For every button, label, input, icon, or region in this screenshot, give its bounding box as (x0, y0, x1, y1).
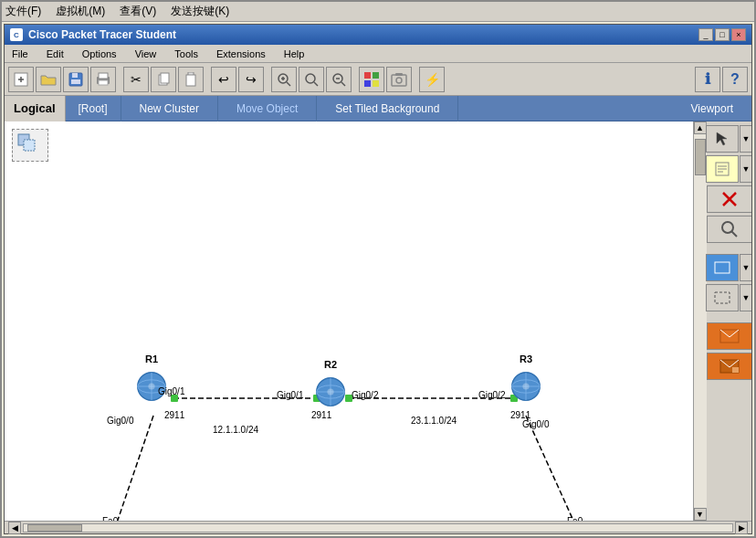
os-menu-file[interactable]: 文件(F) (5, 4, 41, 19)
scroll-up-button[interactable]: ▲ (694, 121, 707, 134)
zoom-in-button[interactable] (271, 67, 297, 92)
scroll-left-button[interactable]: ◀ (8, 522, 21, 534)
svg-line-37 (114, 416, 153, 521)
select-tool-button[interactable] (706, 125, 739, 153)
menu-edit[interactable]: Edit (43, 47, 68, 61)
cut-button[interactable]: ✂ (123, 67, 149, 92)
network-label-23110: 23.1.1.0/24 (411, 416, 457, 426)
menu-tools[interactable]: Tools (171, 47, 202, 61)
scroll-thumb[interactable] (695, 139, 706, 175)
svg-rect-25 (373, 80, 379, 87)
zoom-normal-button[interactable] (299, 67, 324, 92)
cisco-window-controls: _ □ × (698, 28, 746, 41)
note-tool-button[interactable] (706, 155, 739, 183)
custom-button[interactable]: ⚡ (419, 67, 445, 92)
dashed-shape-tool-dropdown[interactable]: ▼ (740, 284, 751, 311)
svg-rect-10 (161, 73, 169, 83)
shape-tool-dropdown[interactable]: ▼ (740, 254, 751, 281)
bottom-bar: ◀ ▶ (5, 521, 751, 533)
cisco-window: C Cisco Packet Tracer Student _ □ × File… (4, 24, 752, 534)
os-menu-vm[interactable]: 虚拟机(M) (56, 4, 105, 19)
move-object-button[interactable]: Move Object (218, 96, 317, 121)
info-button[interactable]: ℹ (695, 67, 720, 92)
new-button[interactable] (8, 67, 34, 92)
scroll-track[interactable] (694, 134, 707, 508)
svg-point-17 (306, 74, 315, 83)
save-button[interactable] (63, 67, 89, 92)
cisco-titlebar-left: C Cisco Packet Tracer Student (10, 28, 176, 41)
port-r1-gig01: Gig0/1 (158, 386, 184, 396)
router-r3-icon (509, 370, 542, 403)
tool-row-3: ▼ (706, 254, 751, 281)
scroll-right-button[interactable]: ▶ (735, 522, 748, 534)
vertical-scrollbar[interactable]: ▲ ▼ (693, 121, 706, 521)
shape-tool-button[interactable] (706, 254, 739, 281)
menu-options[interactable]: Options (79, 47, 121, 61)
close-button[interactable]: × (731, 28, 746, 41)
svg-rect-22 (364, 72, 371, 79)
os-menu-keys[interactable]: 发送按键(K) (171, 4, 229, 19)
scroll-down-button[interactable]: ▼ (694, 508, 707, 521)
palette-button[interactable] (359, 67, 384, 92)
inspect-tool-button[interactable] (707, 216, 752, 243)
maximize-button[interactable]: □ (715, 28, 730, 41)
set-tiled-background-button[interactable]: Set Tiled Background (317, 96, 458, 121)
svg-rect-12 (186, 75, 195, 86)
minimize-button[interactable]: _ (698, 28, 713, 41)
zoom-out-button[interactable] (326, 67, 352, 92)
svg-line-38 (526, 416, 578, 521)
menu-help[interactable]: Help (280, 47, 309, 61)
router-r2-label-top: R2 (324, 359, 337, 370)
menu-extensions[interactable]: Extensions (213, 47, 269, 61)
horizontal-scrollbar[interactable] (23, 523, 733, 533)
pdu-simple-button[interactable] (707, 322, 752, 350)
svg-point-43 (148, 383, 154, 389)
main-area: R1 Gig0/1 Gig0/0 2911 R (5, 121, 751, 521)
svg-rect-23 (373, 72, 379, 79)
screenshot-button[interactable] (386, 67, 412, 92)
port-r1-gig00: Gig0/0 (107, 416, 133, 426)
new-cluster-button[interactable]: New Cluster (121, 96, 218, 121)
open-button[interactable] (36, 67, 61, 92)
cisco-menu-bar: File Edit Options View Tools Extensions … (5, 45, 751, 63)
action-bar: Logical [Root] New Cluster Move Object S… (5, 96, 751, 121)
svg-rect-24 (364, 80, 371, 87)
note-tool-dropdown[interactable]: ▼ (740, 155, 751, 183)
menu-file[interactable]: File (8, 47, 32, 61)
logical-workspace-icon[interactable] (12, 129, 48, 162)
paste-button[interactable] (178, 67, 204, 92)
logical-icon-image (12, 129, 48, 162)
redo-button[interactable]: ↪ (238, 67, 264, 92)
cisco-logo-icon: C (10, 28, 23, 41)
pdu-complex-button[interactable] (707, 353, 752, 380)
svg-line-69 (731, 231, 737, 237)
delete-tool-button[interactable] (707, 185, 752, 213)
cisco-titlebar: C Cisco Packet Tracer Student _ □ × (5, 25, 751, 45)
help-button[interactable]: ? (722, 67, 748, 92)
select-tool-dropdown[interactable]: ▼ (740, 125, 751, 153)
dashed-shape-tool-button[interactable] (706, 284, 739, 311)
network-canvas[interactable]: R1 Gig0/1 Gig0/0 2911 R (5, 121, 693, 521)
root-breadcrumb[interactable]: [Root] (66, 96, 121, 121)
network-label-12110: 12.1.1.0/24 (213, 425, 258, 435)
tool-row-2: ▼ (706, 155, 751, 183)
router-r2[interactable]: R2 (314, 375, 347, 408)
port-r3-gig02-left: Gig0/2 (478, 390, 505, 400)
hscroll-thumb[interactable] (27, 524, 82, 532)
network-connections-svg (5, 121, 693, 521)
undo-button[interactable]: ↩ (211, 67, 236, 92)
svg-rect-5 (71, 79, 80, 84)
os-menubar: 文件(F) 虚拟机(M) 查看(V) 发送按键(K) (2, 2, 754, 22)
menu-view[interactable]: View (131, 47, 161, 61)
port-r3-gig00: Gig0/0 (522, 419, 549, 429)
port-r2-gig01: Gig0/1 (277, 390, 303, 400)
router-r3[interactable]: R3 (509, 370, 542, 403)
os-menu-view[interactable]: 查看(V) (120, 4, 156, 19)
svg-rect-28 (395, 73, 403, 76)
svg-line-20 (341, 82, 345, 86)
viewport-button[interactable]: Viewport (673, 96, 751, 121)
svg-rect-7 (99, 73, 108, 79)
copy-button[interactable] (151, 67, 176, 92)
print-button[interactable] (90, 67, 116, 92)
svg-rect-8 (99, 80, 108, 85)
